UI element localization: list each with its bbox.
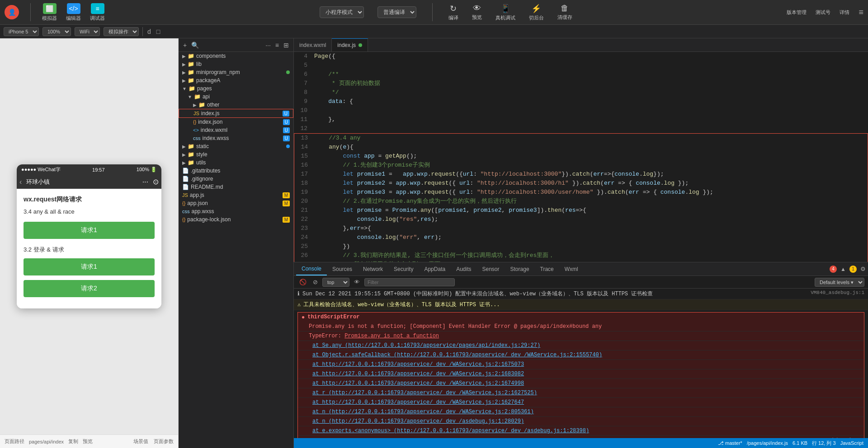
tree-label-static: static — [196, 143, 209, 149]
stack-line-3: at http://127.0.0.1:16793/appservice/_de… — [298, 360, 864, 369]
tab-console[interactable]: Console — [296, 262, 327, 275]
tree-item-static[interactable]: ▶ 📁 static — [179, 142, 293, 150]
stack-link-3[interactable]: at http://127.0.0.1:16793/appservice/_de… — [312, 361, 860, 368]
sensor-tab-label: Sensor — [482, 266, 500, 272]
tree-item-pages[interactable]: ▼ 📁 pages — [179, 84, 293, 93]
toggle-tree-btn[interactable]: ⊞ — [283, 41, 290, 50]
operation-select[interactable]: 模拟操作 — [104, 27, 139, 36]
tab-sources[interactable]: Sources — [327, 262, 358, 275]
simulator-tool[interactable]: ⬜ 模拟器 — [42, 3, 57, 22]
tree-item-components[interactable]: ▶ 📁 components — [179, 52, 293, 60]
debugger-icon: ≡ — [91, 3, 104, 14]
tab-network[interactable]: Network — [358, 262, 388, 275]
tree-item-lib[interactable]: ▶ 📁 lib — [179, 60, 293, 68]
tab-appdata[interactable]: AppData — [419, 262, 451, 275]
tree-item-index-json[interactable]: {} index.json U — [179, 118, 293, 126]
editor-tool[interactable]: </> 编辑器 — [66, 3, 81, 22]
network-select[interactable]: WiFi — [75, 27, 100, 36]
toolbar-icon-square[interactable]: □ — [156, 27, 161, 36]
tree-item-readme[interactable]: 📄 README.md — [179, 183, 293, 191]
stack-link-10[interactable]: at e.exports.<anonymous> (http://127.0.0… — [312, 428, 860, 434]
stack-link-9[interactable]: at n (http://127.0.0.1:16793/appservice/… — [312, 418, 860, 425]
tree-item-style[interactable]: ▶ 📁 style — [179, 150, 293, 159]
sort-btn[interactable]: ≡ — [274, 41, 280, 50]
stack-link-6[interactable]: at r (http://127.0.0.1:16793/appservice/… — [312, 390, 860, 396]
phone-request-btn-2[interactable]: 请求1 — [24, 258, 155, 275]
console-level-select[interactable]: Default levels ▾ — [815, 278, 864, 287]
console-filter-input[interactable] — [364, 278, 455, 286]
wxml-tab-label: index.wxml — [299, 42, 326, 48]
cut-back-btn[interactable]: ⚡ 切后台 — [529, 4, 544, 21]
console-context-select[interactable]: top — [322, 278, 349, 287]
stack-link-8[interactable]: at n (http://127.0.0.1:16793/appservice/… — [312, 409, 860, 415]
app-json-badge: M — [283, 201, 290, 206]
phone-request-btn-3[interactable]: 请求2 — [24, 280, 155, 297]
sim-bottom-path-value: pages/api/index — [29, 439, 64, 444]
search-file-btn[interactable]: 🔍 — [190, 41, 200, 50]
menu-btn[interactable]: ≡ — [859, 8, 863, 17]
stack-link-5[interactable]: at http://127.0.0.1:16793/appservice/_de… — [312, 380, 860, 387]
wxss-file-icon: css — [182, 209, 190, 214]
tree-item-other[interactable]: ▶ 📁 other — [179, 101, 293, 109]
highlighted-code-block: 13 //3.4 any 14 any(e){ 15 const app = g… — [294, 133, 868, 262]
tree-item-gitignore[interactable]: 📄 .gitignore — [179, 175, 293, 183]
stack-link-2[interactable]: at Object.r.safeCallback (http://127.0.0… — [312, 352, 860, 358]
tree-label-gitignore: .gitignore — [191, 176, 213, 182]
device-select[interactable]: iPhone 5 — [4, 27, 39, 36]
package-lock-badge: M — [283, 217, 290, 223]
tab-trace[interactable]: Trace — [535, 262, 559, 275]
tab-security[interactable]: Security — [388, 262, 419, 275]
tab-wxml[interactable]: Wxml — [559, 262, 584, 275]
index-wxml-badge: U — [283, 127, 290, 133]
version-mgmt-btn[interactable]: 版本管理 — [787, 9, 807, 16]
copy-path-btn[interactable]: 复制 — [68, 438, 78, 445]
devtools-settings-btn[interactable]: ⚙ — [860, 266, 866, 272]
compile-btn[interactable]: ↻ 编译 — [448, 4, 458, 21]
test-num-btn[interactable]: 测试号 — [816, 9, 830, 16]
tree-item-app-wxss[interactable]: css app.wxss — [179, 207, 293, 215]
preview-btn[interactable]: 👁 预览 — [472, 4, 482, 21]
tree-item-utils[interactable]: ▶ 📁 utils — [179, 159, 293, 167]
clear-cache-btn[interactable]: 🗑 清缓存 — [557, 4, 572, 21]
tree-item-gitattributes[interactable]: 📄 .gitattributes — [179, 167, 293, 175]
error-type-text: TypeError: Promise.any is not a function — [309, 333, 860, 339]
preview-path-btn[interactable]: 预览 — [83, 438, 93, 445]
console-content: ℹ Sun Dec 12 2021 19:55:15 GMT+0800 (中国标… — [294, 289, 868, 438]
tree-item-app-json[interactable]: {} app.json M — [179, 199, 293, 207]
tab-index-wxml[interactable]: index.wxml — [294, 38, 332, 51]
tab-index-js[interactable]: index.js — [332, 38, 368, 51]
debugger-tool[interactable]: ≡ 调试器 — [90, 3, 105, 22]
git-branch: ⎇ master* — [718, 440, 742, 446]
tree-item-index-wxml[interactable]: <> index.wxml U — [179, 126, 293, 134]
more-options-btn[interactable]: ··· — [264, 41, 272, 50]
detail-btn[interactable]: 详情 — [840, 9, 849, 16]
tree-item-package-lock[interactable]: {} package-lock.json M — [179, 215, 293, 224]
compile-select[interactable]: 普通编译 — [377, 6, 416, 18]
tab-storage[interactable]: Storage — [505, 262, 535, 275]
tree-item-app-js[interactable]: JS app.js M — [179, 191, 293, 199]
tree-item-index-js[interactable]: JS index.js U — [179, 109, 293, 118]
simulator-label: 模拟器 — [42, 15, 57, 22]
toolbar-icon-d[interactable]: d — [146, 27, 152, 36]
phone-request-btn-1[interactable]: 请求1 — [24, 222, 155, 239]
console-filter-btn[interactable]: ⊘ — [311, 278, 320, 286]
editor-icon: </> — [67, 3, 80, 14]
zoom-select[interactable]: 100% — [42, 27, 71, 36]
console-eye-btn[interactable]: 👁 — [352, 278, 362, 286]
stack-link-7[interactable]: at http://127.0.0.1:16793/appservice/_de… — [312, 399, 860, 406]
user-avatar[interactable]: 👤 — [5, 5, 19, 19]
stack-link-4[interactable]: at http://127.0.0.1:16793/appservice/_de… — [312, 371, 860, 377]
tree-item-miniprogram-npm[interactable]: ▶ 📁 miniprogram_npm — [179, 68, 293, 76]
mode-select[interactable]: 小程序模式 — [320, 6, 364, 18]
console-clear-btn[interactable]: 🚫 — [297, 278, 308, 286]
tree-item-index-wxss[interactable]: css index.wxss U — [179, 134, 293, 142]
add-file-btn[interactable]: + — [182, 41, 188, 50]
tree-item-api[interactable]: ▼ 📁 api — [179, 93, 293, 101]
remote-debug-btn[interactable]: 📱 真机调试 — [495, 4, 515, 21]
phone-menu-icon[interactable]: ··· — [142, 178, 148, 186]
tab-audits[interactable]: Audits — [451, 262, 476, 275]
tab-sensor[interactable]: Sensor — [477, 262, 505, 275]
stack-link-1[interactable]: at Se.any (http://127.0.0.1:16793/appser… — [312, 342, 860, 349]
phone-back-icon[interactable]: ‹ — [19, 178, 22, 186]
tree-item-packageA[interactable]: ▶ 📁 packageA — [179, 76, 293, 84]
